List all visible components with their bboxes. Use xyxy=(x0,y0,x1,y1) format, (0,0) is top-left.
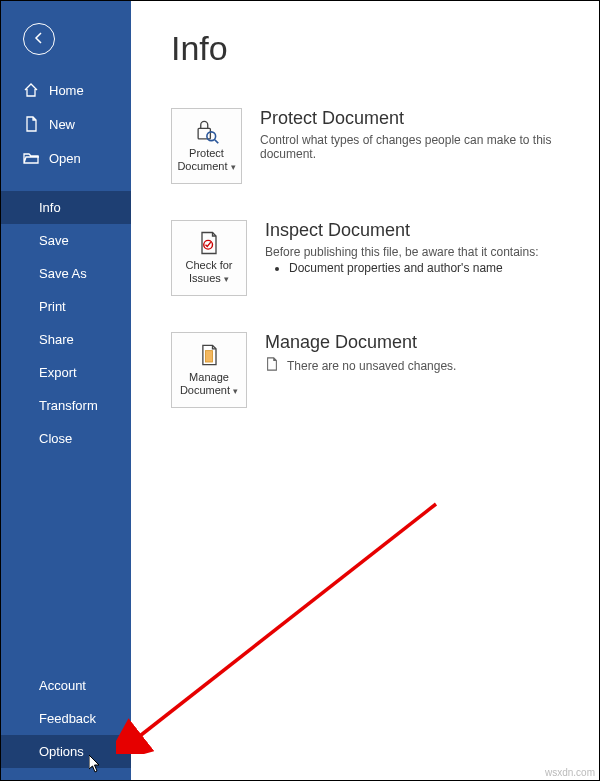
sidebar-item-export[interactable]: Export xyxy=(1,356,131,389)
open-folder-icon xyxy=(23,150,39,166)
check-for-issues-tile[interactable]: Check for Issues ▾ xyxy=(171,220,247,296)
sidebar-item-save-as[interactable]: Save As xyxy=(1,257,131,290)
sidebar-item-feedback[interactable]: Feedback xyxy=(1,702,131,735)
inspect-heading: Inspect Document xyxy=(265,220,539,241)
protect-document-row: Protect Document ▾ Protect Document Cont… xyxy=(171,108,587,184)
document-manage-icon xyxy=(195,341,223,369)
chevron-down-icon: ▾ xyxy=(231,162,236,172)
sidebar-item-account[interactable]: Account xyxy=(1,669,131,702)
manage-heading: Manage Document xyxy=(265,332,456,353)
lock-search-icon xyxy=(192,117,220,145)
protect-desc: Control what types of changes people can… xyxy=(260,133,587,161)
sidebar-item-transform[interactable]: Transform xyxy=(1,389,131,422)
backstage-sidebar: Home New Open Info Save Save As Print Sh… xyxy=(1,1,131,780)
manage-tile-label: Manage Document xyxy=(180,371,230,396)
protect-document-text: Protect Document Control what types of c… xyxy=(260,108,587,161)
document-small-icon xyxy=(265,357,279,374)
inspect-document-row: Check for Issues ▾ Inspect Document Befo… xyxy=(171,220,587,296)
watermark: wsxdn.com xyxy=(545,767,595,778)
inspect-desc: Before publishing this file, be aware th… xyxy=(265,245,539,259)
back-button[interactable] xyxy=(23,23,55,55)
sidebar-bottom-items: Account Feedback Options xyxy=(1,669,131,768)
inspect-document-text: Inspect Document Before publishing this … xyxy=(265,220,539,275)
back-arrow-icon xyxy=(31,30,47,49)
sidebar-sub-items: Info Save Save As Print Share Export Tra… xyxy=(1,191,131,455)
nav-home[interactable]: Home xyxy=(1,73,131,107)
new-document-icon xyxy=(23,116,39,132)
nav-open-label: Open xyxy=(49,151,81,166)
nav-open[interactable]: Open xyxy=(1,141,131,175)
info-page: Info Protect Document ▾ Protect Document… xyxy=(131,1,599,780)
protect-tile-label: Protect Document xyxy=(177,147,227,172)
home-icon xyxy=(23,82,39,98)
chevron-down-icon: ▾ xyxy=(224,274,229,284)
sidebar-item-print[interactable]: Print xyxy=(1,290,131,323)
svg-line-2 xyxy=(215,140,219,144)
sidebar-item-info[interactable]: Info xyxy=(1,191,131,224)
protect-heading: Protect Document xyxy=(260,108,587,129)
sidebar-item-share[interactable]: Share xyxy=(1,323,131,356)
nav-new[interactable]: New xyxy=(1,107,131,141)
nav-new-label: New xyxy=(49,117,75,132)
sidebar-item-save[interactable]: Save xyxy=(1,224,131,257)
sidebar-item-close[interactable]: Close xyxy=(1,422,131,455)
manage-desc: There are no unsaved changes. xyxy=(287,359,456,373)
manage-document-tile[interactable]: Manage Document ▾ xyxy=(171,332,247,408)
svg-point-1 xyxy=(207,132,216,141)
protect-document-tile[interactable]: Protect Document ▾ xyxy=(171,108,242,184)
svg-rect-4 xyxy=(206,351,213,362)
manage-document-text: Manage Document There are no unsaved cha… xyxy=(265,332,456,374)
page-title: Info xyxy=(171,29,587,68)
document-check-icon xyxy=(195,229,223,257)
manage-document-row: Manage Document ▾ Manage Document There … xyxy=(171,332,587,408)
nav-home-label: Home xyxy=(49,83,84,98)
chevron-down-icon: ▾ xyxy=(233,386,238,396)
inspect-bullet: Document properties and author's name xyxy=(289,261,539,275)
sidebar-item-options[interactable]: Options xyxy=(1,735,131,768)
